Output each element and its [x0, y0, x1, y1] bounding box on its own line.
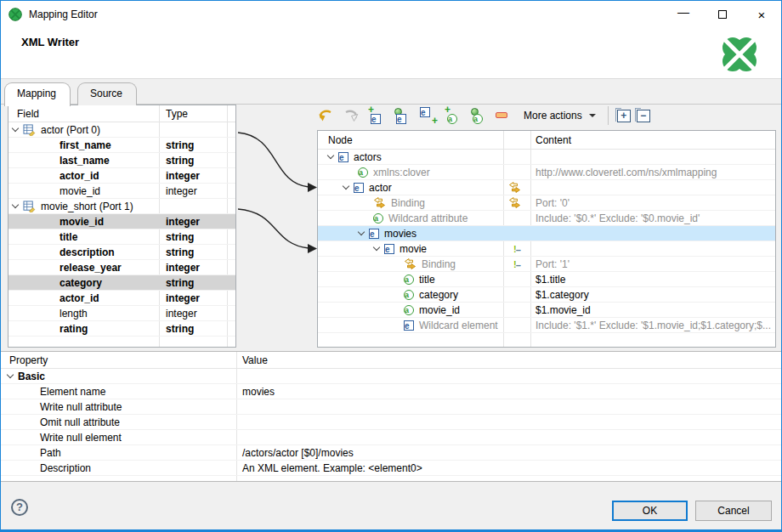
field-row[interactable]: actor (Port 0)	[8, 122, 235, 138]
more-actions-button[interactable]: More actions	[520, 108, 599, 123]
value-column-header[interactable]: Value	[236, 354, 782, 366]
tree-row[interactable]: atitle$1.title	[318, 272, 775, 287]
field-label: movie_id	[60, 185, 100, 197]
remove-mapping-icon[interactable]	[496, 107, 514, 124]
chevron-down-icon[interactable]	[12, 124, 19, 131]
field-type-cell: string	[159, 139, 227, 151]
property-row[interactable]: Omit null attribute	[1, 415, 782, 430]
help-icon[interactable]: ?	[11, 499, 28, 516]
element-icon: e	[396, 114, 406, 124]
content-column-header[interactable]: Content	[530, 134, 775, 146]
tree-row[interactable]: amovie_id$1.movie_id	[318, 303, 775, 318]
field-type-cell: string	[159, 277, 227, 289]
element-icon: e	[371, 114, 381, 124]
property-label: Element name	[40, 386, 105, 398]
property-column-header[interactable]: Property	[1, 354, 236, 366]
field-label: actor_id	[60, 170, 99, 182]
add-child-element-icon[interactable]: +e	[368, 107, 387, 124]
node-column-header[interactable]: Node	[318, 134, 503, 146]
chevron-down-icon[interactable]	[7, 371, 14, 377]
mapping-editor-window: Mapping Editor — × XML Writer Mapping So…	[0, 0, 782, 532]
field-name-cell: movie_id	[8, 216, 159, 228]
tree-content-cell: $1.movie_id	[530, 304, 775, 316]
field-row[interactable]: last_namestring	[8, 153, 235, 168]
property-label: Omit null attribute	[40, 416, 120, 428]
property-row[interactable]: DescriptionAn XML element. Example: <ele…	[1, 461, 782, 476]
chevron-down-icon[interactable]	[327, 151, 334, 158]
field-group-label: movie_short (Port 1)	[41, 201, 133, 212]
field-name-cell: movie_short (Port 1)	[8, 201, 159, 212]
attribute-icon: a	[373, 213, 383, 224]
tree-content-cell: Include: '$0.*' Exclude: '$0.movie_id'	[530, 212, 775, 224]
field-row[interactable]: lengthinteger	[8, 306, 235, 321]
chevron-down-icon[interactable]	[373, 243, 380, 250]
field-name-cell: actor_id	[8, 170, 159, 182]
field-row[interactable]: ratingstring	[8, 321, 235, 337]
tree-node-cell: emovies	[318, 228, 503, 240]
tree-row[interactable]: eactor	[318, 180, 775, 195]
tree-node-label: Binding	[391, 197, 425, 209]
field-type-cell: string	[159, 155, 227, 167]
attribute-icon: a	[473, 114, 483, 124]
field-row[interactable]: titlestring	[8, 229, 235, 245]
wrap-with-attribute-icon[interactable]: a	[470, 107, 489, 124]
field-row[interactable]: first_namestring	[8, 138, 235, 153]
property-row[interactable]: Basic	[1, 369, 782, 384]
tree-content-cell: Port: '0'	[530, 197, 775, 209]
property-row[interactable]: Write null element	[1, 430, 782, 445]
chevron-down-icon[interactable]	[358, 228, 365, 235]
property-row[interactable]: Write null attribute	[1, 399, 782, 415]
tree-row[interactable]: emovies	[318, 226, 775, 241]
tree-row[interactable]: eWildcard elementInclude: '$1.*' Exclude…	[318, 318, 775, 333]
ok-button[interactable]: OK	[612, 501, 688, 521]
tree-row[interactable]: Binding!--Port: '1'	[318, 257, 775, 272]
property-row[interactable]: Path/actors/actor [$0]/movies	[1, 445, 782, 461]
toolbar-icons-slot: +eee++aa	[317, 107, 514, 124]
expand-all-icon[interactable]: +	[617, 110, 631, 122]
dropdown-arrow-icon	[589, 114, 596, 117]
field-column-header[interactable]: Field	[8, 108, 159, 120]
page-title: XML Writer	[21, 36, 79, 48]
add-child-attribute-icon[interactable]: +a	[445, 107, 463, 124]
field-row[interactable]: movie_idinteger	[8, 184, 235, 199]
field-row[interactable]: actor_idinteger	[8, 168, 235, 184]
tree-row[interactable]: aWildcard attributeInclude: '$0.*' Exclu…	[318, 211, 775, 226]
field-row[interactable]: release_yearinteger	[8, 260, 235, 275]
tab-source[interactable]: Source	[77, 82, 137, 105]
cancel-button[interactable]: Cancel	[695, 501, 772, 521]
chevron-down-icon[interactable]	[12, 201, 19, 207]
field-label: movie_id	[60, 216, 104, 228]
tree-binding-cell: !--	[503, 260, 530, 269]
tree-node-label: actor	[369, 182, 392, 194]
property-label: Write null element	[40, 432, 122, 444]
maximize-button[interactable]	[703, 1, 742, 28]
xml-node-tree: Node Content eactorsaxmlns:cloverhttp://…	[317, 130, 776, 348]
tab-mapping[interactable]: Mapping	[4, 82, 71, 106]
field-name-cell: category	[8, 277, 159, 289]
chevron-down-icon[interactable]	[343, 182, 349, 189]
field-row[interactable]: categorystring	[8, 275, 235, 291]
collapse-all-icon[interactable]: −	[637, 110, 650, 122]
close-button[interactable]: ×	[742, 1, 781, 28]
add-element-icon[interactable]: e+	[419, 107, 438, 124]
redo-icon[interactable]	[343, 107, 361, 124]
property-label: Path	[40, 447, 61, 459]
tree-node-label: title	[419, 274, 435, 286]
minimize-button[interactable]: —	[664, 1, 703, 28]
wrap-with-element-icon[interactable]: e	[394, 107, 412, 124]
tree-row[interactable]: acategory$1.category	[318, 287, 775, 303]
property-row[interactable]: Element namemovies	[1, 384, 782, 399]
field-row[interactable]: actor_idinteger	[8, 291, 235, 306]
field-name-cell: title	[8, 231, 159, 243]
tree-row[interactable]: eactors	[318, 150, 775, 165]
element-icon: e	[338, 152, 348, 162]
field-row[interactable]: movie_idinteger	[8, 214, 235, 229]
tree-row[interactable]: BindingPort: '0'	[318, 195, 775, 211]
tree-row[interactable]: emovie!--	[318, 241, 775, 257]
field-row[interactable]: movie_short (Port 1)	[8, 199, 235, 214]
property-value-cell: /actors/actor [$0]/movies	[236, 447, 782, 459]
type-column-header[interactable]: Type	[159, 108, 227, 120]
undo-icon[interactable]	[317, 107, 336, 124]
tree-row[interactable]: axmlns:cloverhttp://www.cloveretl.com/ns…	[318, 165, 775, 180]
field-row[interactable]: descriptionstring	[8, 245, 235, 260]
